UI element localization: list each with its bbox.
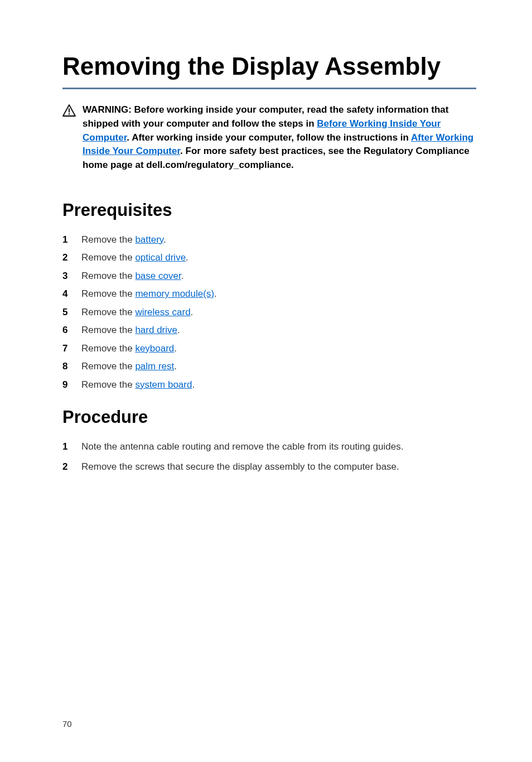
svg-point-1 <box>69 114 70 115</box>
list-number: 1 <box>62 233 70 247</box>
list-item: 3 Remove the base cover. <box>62 269 476 283</box>
list-item: 4 Remove the memory module(s). <box>62 287 476 301</box>
list-item: 9 Remove the system board. <box>62 378 476 392</box>
warning-icon <box>62 104 76 119</box>
prefix-text: Remove the <box>81 379 135 390</box>
warning-mid1: . After working inside your computer, fo… <box>127 132 411 143</box>
list-number: 8 <box>62 359 70 374</box>
list-text: Remove the memory module(s). <box>81 287 217 301</box>
prefix-text: Remove the <box>81 361 135 372</box>
link-hard-drive[interactable]: hard drive <box>135 325 177 335</box>
link-optical-drive[interactable]: optical drive <box>135 252 186 263</box>
list-text: Remove the base cover. <box>81 269 183 283</box>
link-memory-modules[interactable]: memory module(s) <box>135 288 214 299</box>
warning-text: WARNING: Before working inside your comp… <box>83 103 476 172</box>
prefix-text: Remove the <box>81 325 135 335</box>
list-number: 4 <box>62 287 70 301</box>
list-text: Remove the hard drive. <box>81 323 180 337</box>
prefix-text: Remove the <box>81 343 135 354</box>
suffix-text: . <box>174 343 177 354</box>
list-number: 2 <box>62 460 70 474</box>
link-palm-rest[interactable]: palm rest <box>135 361 174 372</box>
list-item: 1 Remove the battery. <box>62 233 476 247</box>
list-item: 5 Remove the wireless card. <box>62 305 476 320</box>
link-system-board[interactable]: system board <box>135 379 192 390</box>
list-number: 6 <box>62 323 70 337</box>
link-keyboard[interactable]: keyboard <box>135 343 174 354</box>
link-battery[interactable]: battery <box>135 234 163 245</box>
prefix-text: Remove the <box>81 234 135 245</box>
suffix-text: . <box>174 361 177 372</box>
list-number: 9 <box>62 378 70 392</box>
list-number: 5 <box>62 305 70 320</box>
list-number: 7 <box>62 341 70 356</box>
list-text: Remove the system board. <box>81 378 195 392</box>
page-number: 70 <box>62 719 72 729</box>
suffix-text: . <box>177 325 180 335</box>
prefix-text: Remove the <box>81 252 135 263</box>
prefix-text: Remove the <box>81 271 135 281</box>
procedure-heading: Procedure <box>62 407 476 427</box>
prerequisites-heading: Prerequisites <box>62 200 476 220</box>
link-base-cover[interactable]: base cover <box>135 271 181 281</box>
list-text: Remove the wireless card. <box>81 305 193 320</box>
list-item: 2 Remove the optical drive. <box>62 250 476 265</box>
list-number: 3 <box>62 269 70 283</box>
list-text: Remove the optical drive. <box>81 250 188 265</box>
list-item: 2 Remove the screws that secure the disp… <box>62 460 476 474</box>
list-text: Remove the screws that secure the displa… <box>81 460 399 474</box>
suffix-text: . <box>192 379 195 390</box>
page-title: Removing the Display Assembly <box>62 53 476 80</box>
link-wireless-card[interactable]: wireless card <box>135 307 190 317</box>
list-item: 6 Remove the hard drive. <box>62 323 476 337</box>
prefix-text: Remove the <box>81 288 135 299</box>
list-text: Remove the palm rest. <box>81 359 177 374</box>
title-underline <box>62 88 476 89</box>
prerequisites-list: 1 Remove the battery. 2 Remove the optic… <box>62 233 476 392</box>
list-item: 7 Remove the keyboard. <box>62 341 476 356</box>
procedure-list: 1 Note the antenna cable routing and rem… <box>62 440 476 474</box>
suffix-text: . <box>163 234 166 245</box>
list-text: Remove the battery. <box>81 233 166 247</box>
list-number: 1 <box>62 440 70 454</box>
prefix-text: Remove the <box>81 307 135 317</box>
list-number: 2 <box>62 250 70 265</box>
suffix-text: . <box>186 252 188 263</box>
suffix-text: . <box>214 288 217 299</box>
list-item: 1 Note the antenna cable routing and rem… <box>62 440 476 454</box>
suffix-text: . <box>181 271 184 281</box>
list-text: Remove the keyboard. <box>81 341 177 356</box>
list-text: Note the antenna cable routing and remov… <box>81 440 403 454</box>
suffix-text: . <box>191 307 194 317</box>
list-item: 8 Remove the palm rest. <box>62 359 476 374</box>
warning-block: WARNING: Before working inside your comp… <box>62 103 476 172</box>
